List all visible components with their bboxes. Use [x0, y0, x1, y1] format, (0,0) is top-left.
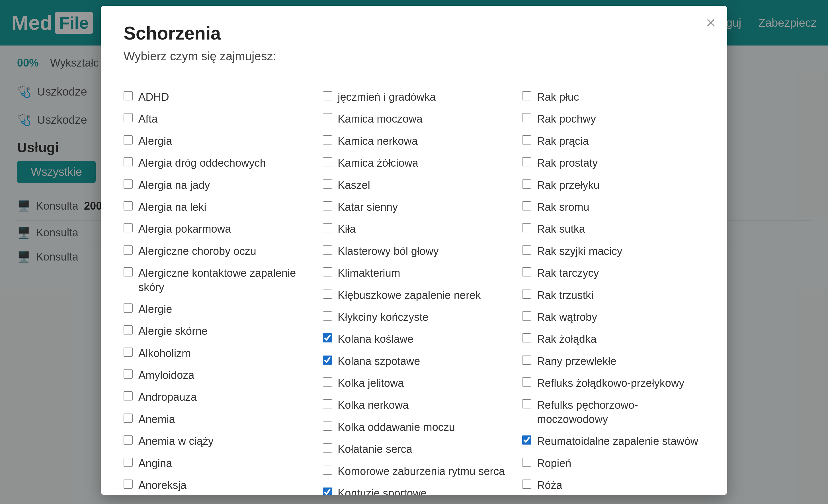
condition-checkbox[interactable] [323, 179, 332, 189]
condition-checkbox[interactable] [323, 399, 332, 408]
list-item[interactable]: Rak sutka [522, 218, 704, 240]
condition-checkbox[interactable] [323, 356, 332, 365]
list-item[interactable]: Kłykciny kończyste [323, 306, 505, 328]
condition-checkbox[interactable] [323, 135, 332, 144]
condition-checkbox[interactable] [522, 201, 531, 211]
condition-checkbox[interactable] [323, 223, 332, 232]
list-item[interactable]: Rak tarczycy [522, 262, 704, 284]
list-item[interactable]: Rak prącia [522, 130, 704, 152]
condition-checkbox[interactable] [522, 289, 531, 299]
list-item[interactable]: Rak sromu [522, 196, 704, 218]
condition-checkbox[interactable] [323, 201, 332, 211]
list-item[interactable]: Klimakterium [323, 262, 505, 284]
condition-checkbox[interactable] [323, 333, 332, 342]
list-item[interactable]: Kolka jelitowa [323, 372, 505, 394]
list-item[interactable]: Alergia na jady [124, 174, 306, 196]
condition-checkbox[interactable] [124, 201, 133, 211]
condition-checkbox[interactable] [124, 414, 133, 423]
list-item[interactable]: Refulks pęchorzowo-moczowodowy [522, 394, 704, 430]
condition-checkbox[interactable] [522, 356, 531, 365]
condition-checkbox[interactable] [522, 377, 531, 386]
condition-checkbox[interactable] [124, 267, 133, 276]
condition-checkbox[interactable] [124, 348, 133, 357]
condition-checkbox[interactable] [323, 421, 332, 430]
list-item[interactable]: Rak trzustki [522, 284, 704, 306]
list-item[interactable]: Kamica nerkowa [323, 130, 505, 152]
condition-checkbox[interactable] [522, 436, 531, 445]
condition-checkbox[interactable] [323, 157, 332, 167]
list-item[interactable]: Kiła [323, 218, 505, 240]
condition-checkbox[interactable] [522, 157, 531, 167]
list-item[interactable]: Refluks żołądkowo-przełykowy [522, 372, 704, 394]
list-item[interactable]: Reumatoidalne zapalenie stawów [522, 430, 704, 452]
list-item[interactable]: Alkoholizm [124, 342, 306, 364]
condition-checkbox[interactable] [522, 333, 531, 342]
list-item[interactable]: Rak żołądka [522, 328, 704, 350]
list-item[interactable]: Kamica moczowa [323, 108, 505, 130]
condition-checkbox[interactable] [522, 267, 531, 276]
condition-checkbox[interactable] [124, 458, 133, 467]
condition-checkbox[interactable] [522, 91, 531, 100]
list-item[interactable]: Rak pochwy [522, 108, 704, 130]
condition-checkbox[interactable] [323, 312, 332, 321]
condition-checkbox[interactable] [323, 267, 332, 276]
condition-checkbox[interactable] [124, 157, 133, 167]
condition-checkbox[interactable] [124, 179, 133, 189]
condition-checkbox[interactable] [124, 245, 133, 255]
list-item[interactable]: Kontuzje sportowe [323, 483, 505, 495]
list-item[interactable]: Anoreksja [124, 474, 306, 495]
condition-checkbox[interactable] [323, 466, 332, 475]
list-item[interactable]: Kolka nerkowa [323, 394, 505, 416]
condition-checkbox[interactable] [124, 436, 133, 445]
list-item[interactable]: ADHD [124, 86, 306, 108]
list-item[interactable]: Komorowe zaburzenia rytmu serca [323, 460, 505, 483]
list-item[interactable]: Amyloidoza [124, 364, 306, 386]
list-item[interactable]: Angina [124, 453, 306, 474]
condition-checkbox[interactable] [323, 488, 332, 495]
list-item[interactable]: Rak wątroby [522, 306, 704, 328]
condition-checkbox[interactable] [323, 377, 332, 386]
list-item[interactable]: Rany przewlekłe [522, 351, 704, 372]
list-item[interactable]: Alergia na leki [124, 196, 306, 218]
list-item[interactable]: Katar sienny [323, 196, 505, 218]
list-item[interactable]: Afta [124, 108, 306, 130]
list-item[interactable]: Kolana szpotawe [323, 351, 505, 372]
list-item[interactable]: Andropauza [124, 386, 306, 408]
list-item[interactable]: Kłębuszkowe zapalenie nerek [323, 284, 505, 306]
condition-checkbox[interactable] [124, 223, 133, 232]
list-item[interactable]: Alergie [124, 299, 306, 320]
condition-checkbox[interactable] [124, 479, 133, 489]
condition-checkbox[interactable] [124, 369, 133, 378]
list-item[interactable]: Róża [522, 474, 704, 495]
condition-checkbox[interactable] [323, 113, 332, 122]
condition-checkbox[interactable] [522, 179, 531, 189]
condition-checkbox[interactable] [522, 245, 531, 255]
condition-checkbox[interactable] [522, 399, 531, 408]
list-item[interactable]: Rak prostaty [522, 152, 704, 174]
list-item[interactable]: Kołatanie serca [323, 438, 505, 460]
condition-checkbox[interactable] [323, 245, 332, 255]
list-item[interactable]: Alergiczne kontaktowe zapalenie skóry [124, 262, 306, 299]
condition-checkbox[interactable] [124, 325, 133, 334]
condition-checkbox[interactable] [522, 312, 531, 321]
list-item[interactable]: Rak płuc [522, 86, 704, 108]
condition-checkbox[interactable] [522, 113, 531, 122]
list-item[interactable]: Anemia w ciąży [124, 430, 306, 452]
list-item[interactable]: Alergia dróg oddechowych [124, 152, 306, 174]
list-item[interactable]: Alergiczne choroby oczu [124, 240, 306, 262]
list-item[interactable]: Kamica żółciowa [323, 152, 505, 174]
list-item[interactable]: Rak przełyku [522, 174, 704, 196]
list-item[interactable]: Kaszel [323, 174, 505, 196]
list-item[interactable]: jęczmień i gradówka [323, 86, 505, 108]
condition-checkbox[interactable] [522, 458, 531, 467]
condition-checkbox[interactable] [124, 113, 133, 122]
condition-checkbox[interactable] [522, 223, 531, 232]
list-item[interactable]: Alergia [124, 130, 306, 152]
condition-checkbox[interactable] [124, 135, 133, 144]
list-item[interactable]: Ropień [522, 453, 704, 474]
list-item[interactable]: Alergie skórne [124, 320, 306, 342]
close-button[interactable]: × [706, 14, 716, 31]
condition-checkbox[interactable] [323, 289, 332, 299]
list-item[interactable]: Anemia [124, 408, 306, 430]
condition-checkbox[interactable] [124, 91, 133, 100]
